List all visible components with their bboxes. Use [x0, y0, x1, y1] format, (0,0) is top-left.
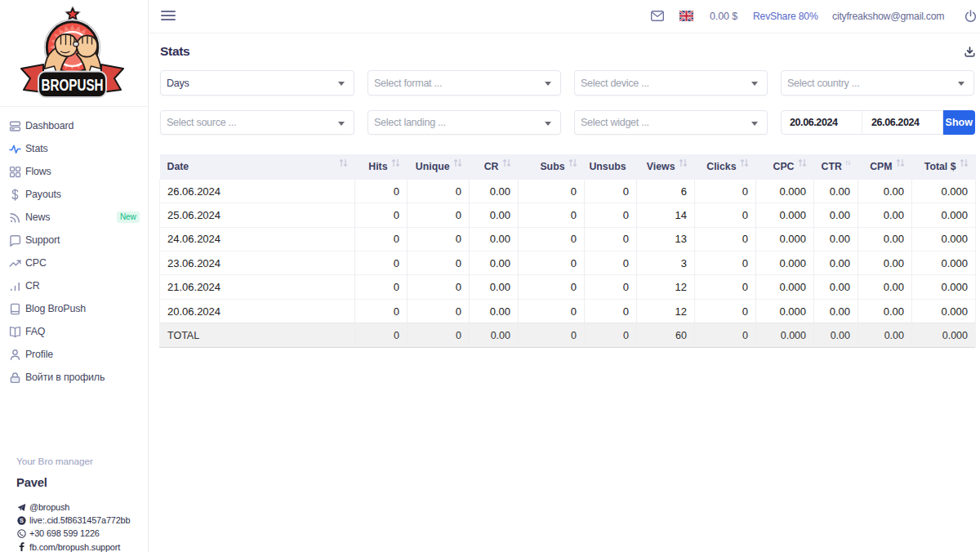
svg-text:BROPUSH: BROPUSH [42, 75, 104, 94]
svg-text:S: S [20, 517, 24, 524]
